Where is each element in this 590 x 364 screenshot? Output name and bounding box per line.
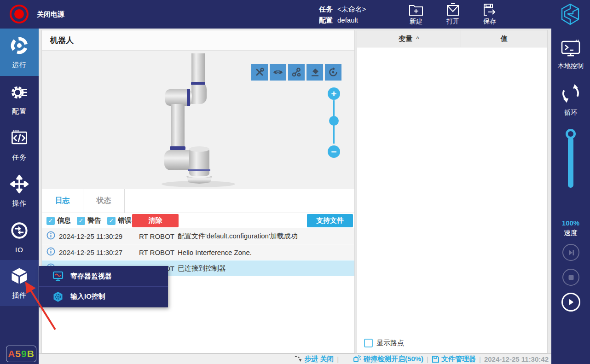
column-header-variable[interactable]: 变量 ^ [357, 30, 461, 47]
power-off-button[interactable] [10, 5, 29, 23]
erase-path-button[interactable] [307, 64, 323, 81]
sidebar-item-operate[interactable]: 操作 [0, 168, 39, 214]
reset-view-button[interactable] [325, 64, 341, 81]
visibility-button[interactable] [270, 64, 286, 81]
column-header-value[interactable]: 值 [461, 30, 547, 47]
stop-icon [568, 274, 574, 281]
speed-slider [567, 129, 575, 188]
variables-panel: 变量 ^ 值 显示路点 [357, 30, 548, 353]
log-row[interactable]: 2024-12-25 11:30:27 RT ROBOT Hello Inter… [42, 244, 354, 260]
eye-icon [272, 67, 283, 78]
badge-letter: 9 [21, 348, 27, 359]
plugin-context-menu: 寄存器监视器 输入IO控制 [39, 266, 168, 307]
plugin-cube-icon [9, 266, 29, 288]
play-button[interactable] [561, 293, 580, 312]
open-label: 打开 [442, 17, 464, 26]
show-waypoints-checkbox[interactable]: 显示路点 [364, 339, 404, 347]
checkbox-checked-icon: ✓ [46, 217, 55, 225]
sidebar-item-label: 任务 [12, 153, 27, 162]
new-task-icon [405, 3, 427, 17]
robot-control-app: 关闭电源 任务<未命名> 配置default 新建 打开 [0, 0, 590, 364]
file-manager-status[interactable]: 文件管理器 [432, 355, 476, 364]
loop-button[interactable]: 循环 [551, 83, 590, 117]
show-waypoints-label: 显示路点 [376, 339, 404, 347]
show-path-button[interactable] [288, 64, 305, 81]
sidebar-item-run[interactable]: 运行 [0, 29, 39, 76]
robot-panel-title: 机器人 [42, 30, 354, 51]
sidebar-item-label: 配置 [12, 107, 27, 116]
step-next-button[interactable] [562, 244, 579, 261]
collision-detection-status[interactable]: 碰撞检测开启(50%) [353, 355, 423, 364]
zoom-in-button[interactable]: + [328, 87, 340, 100]
filter-warning-checkbox[interactable]: ✓ 警告 [77, 216, 101, 225]
sidebar-item-plugin[interactable]: 插件 [0, 260, 39, 306]
column-label: 值 [501, 35, 508, 43]
play-icon [567, 298, 575, 306]
filter-error-checkbox[interactable]: ✓ 错误 [107, 216, 132, 225]
skip-next-icon [567, 249, 575, 256]
menu-item-register-monitor[interactable]: 寄存器监视器 [39, 266, 168, 286]
zoom-slider-handle[interactable] [329, 116, 339, 126]
save-button[interactable]: 保存 [479, 2, 501, 26]
zoom-out-button[interactable]: − [328, 145, 340, 158]
support-files-button[interactable]: 支持文件 [307, 214, 353, 227]
power-icon [14, 9, 24, 19]
log-time: 2024-12-25 11:30:29 [56, 232, 139, 240]
badge-letter: A [8, 348, 15, 359]
io-circle-icon [9, 220, 29, 243]
checkbox-checked-icon: ✓ [107, 217, 116, 225]
sort-ascending-icon: ^ [416, 35, 419, 43]
local-control-button[interactable]: 本地控制 [551, 39, 590, 70]
run-icon [9, 35, 29, 58]
config-value: default [337, 16, 358, 24]
open-button[interactable]: 打开 [442, 2, 464, 26]
step-mode-status[interactable]: 步进 关闭 [294, 355, 334, 364]
open-icon [442, 3, 464, 17]
topbar: 关闭电源 任务<未命名> 配置default 新建 打开 [0, 0, 590, 29]
collision-icon [353, 355, 362, 363]
statusbar-divider: | [479, 355, 481, 363]
task-label: 任务 [319, 5, 333, 13]
filter-info-checkbox[interactable]: ✓ 信息 [46, 216, 71, 225]
sidebar-item-config[interactable]: 配置 [0, 76, 39, 122]
task-config-info: 任务<未命名> 配置default [319, 4, 366, 26]
reset-view-icon [328, 67, 338, 77]
speed-readout: 100% 速度 [551, 218, 590, 237]
register-monitor-icon [52, 271, 64, 281]
clear-log-button[interactable]: 清除 [132, 214, 179, 227]
right-sidebar: 本地控制 循环 100% 速度 [551, 29, 590, 364]
speed-slider-track[interactable] [568, 137, 573, 188]
badge-letter: B [27, 348, 35, 359]
robot-3d-viewport[interactable]: + − [42, 51, 354, 189]
info-icon [46, 247, 56, 257]
new-task-button[interactable]: 新建 [405, 2, 427, 26]
tools-button[interactable] [251, 64, 268, 81]
speed-percent: 100% [551, 218, 590, 228]
log-message: Hello Interference Zone. [178, 248, 354, 256]
log-source: RT ROBOT [139, 248, 178, 256]
power-off-label: 关闭电源 [37, 10, 64, 19]
terminal-icon [560, 39, 581, 59]
save-label: 保存 [479, 17, 501, 26]
log-row[interactable]: 2024-12-25 11:30:29 RT ROBOT 配置文件'defaul… [42, 228, 354, 244]
tab-log[interactable]: 日志 [42, 189, 83, 213]
menu-item-input-io-control[interactable]: 输入IO控制 [39, 286, 168, 306]
eraser-icon [310, 67, 320, 77]
log-message: 已连接到控制器 [178, 264, 354, 273]
statusbar: 步进 关闭 | 碰撞检测开启(50%) | 文件管理器 | 2024-12-25… [39, 353, 551, 364]
new-task-label: 新建 [405, 17, 427, 26]
statusbar-divider: | [337, 355, 339, 363]
log-message: 配置文件'default.configuration'加载成功 [178, 232, 354, 241]
badge-letter: 5 [15, 348, 21, 359]
sidebar-item-io[interactable]: IO [0, 214, 39, 260]
brand-cube-logo [560, 3, 581, 28]
sidebar-item-label: 运行 [12, 61, 27, 69]
tab-status[interactable]: 状态 [83, 189, 125, 213]
left-sidebar: 运行 配置 任务 操作 IO [0, 29, 39, 364]
local-control-label: 本地控制 [558, 62, 584, 70]
log-source: RT ROBOT [139, 232, 178, 240]
stop-button[interactable] [562, 269, 579, 286]
column-label: 变量 [399, 35, 412, 43]
sidebar-item-task[interactable]: 任务 [0, 122, 39, 168]
statusbar-divider: | [427, 355, 428, 363]
